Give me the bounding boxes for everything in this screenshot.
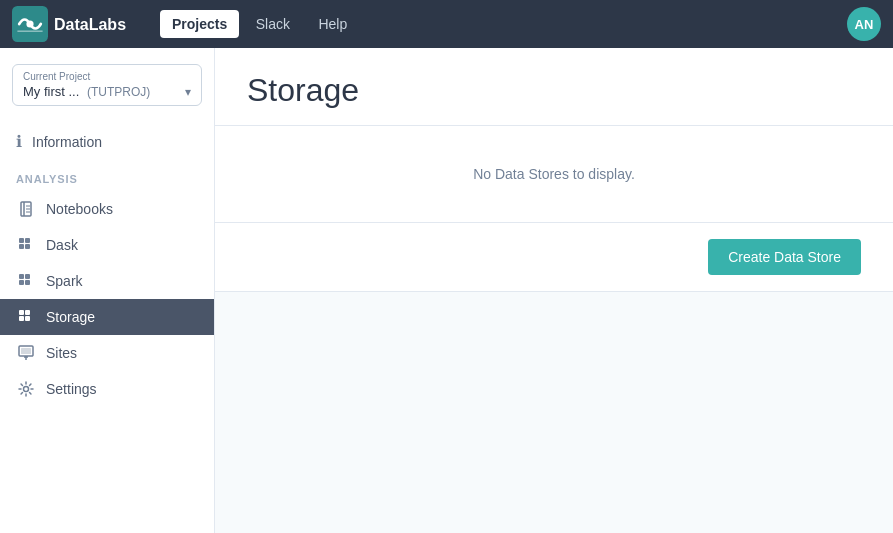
main-body: No Data Stores to display. Create Data S… xyxy=(215,126,893,533)
gear-icon xyxy=(16,381,36,397)
project-value-row[interactable]: My first ... (TUTPROJ) ▾ xyxy=(23,84,191,99)
project-selector[interactable]: Current Project My first ... (TUTPROJ) ▾ xyxy=(12,64,202,106)
user-avatar[interactable]: AN xyxy=(847,7,881,41)
svg-rect-10 xyxy=(19,244,24,249)
svg-rect-8 xyxy=(19,238,24,243)
svg-rect-13 xyxy=(25,274,30,279)
sidebar-item-storage[interactable]: Storage xyxy=(0,299,214,335)
empty-state: No Data Stores to display. xyxy=(215,126,893,223)
datalabs-logo xyxy=(12,6,48,42)
svg-rect-21 xyxy=(21,348,31,354)
app-header: DataLabs Projects Slack Help AN xyxy=(0,0,893,48)
svg-rect-9 xyxy=(25,238,30,243)
sidebar-item-settings[interactable]: Settings xyxy=(0,371,214,407)
sidebar-item-spark[interactable]: Spark xyxy=(0,263,214,299)
svg-rect-16 xyxy=(19,310,24,315)
notebook-icon xyxy=(16,201,36,217)
svg-point-1 xyxy=(26,20,33,27)
sidebar-item-notebooks[interactable]: Notebooks xyxy=(0,191,214,227)
sites-icon xyxy=(16,345,36,361)
app-body: Current Project My first ... (TUTPROJ) ▾… xyxy=(0,48,893,533)
logo: DataLabs xyxy=(12,6,144,42)
svg-rect-11 xyxy=(25,244,30,249)
nav-slack[interactable]: Slack xyxy=(244,10,302,38)
svg-point-24 xyxy=(24,387,29,392)
svg-rect-19 xyxy=(25,316,30,321)
create-data-store-button[interactable]: Create Data Store xyxy=(708,239,861,275)
main-content: Storage No Data Stores to display. Creat… xyxy=(215,48,893,533)
sidebar-item-sites[interactable]: Sites xyxy=(0,335,214,371)
sidebar: Current Project My first ... (TUTPROJ) ▾… xyxy=(0,48,215,533)
main-header: Storage xyxy=(215,48,893,126)
dask-icon xyxy=(16,237,36,253)
svg-rect-17 xyxy=(25,310,30,315)
svg-rect-12 xyxy=(19,274,24,279)
datalabs-wordmark: DataLabs xyxy=(54,13,144,35)
svg-rect-15 xyxy=(25,280,30,285)
storage-icon xyxy=(16,309,36,325)
project-name: My first ... (TUTPROJ) xyxy=(23,84,150,99)
analysis-section-label: ANALYSIS xyxy=(0,161,214,191)
main-nav: Projects Slack Help xyxy=(160,15,359,33)
svg-rect-18 xyxy=(19,316,24,321)
spark-icon xyxy=(16,273,36,289)
empty-message: No Data Stores to display. xyxy=(247,166,861,182)
create-button-row: Create Data Store xyxy=(215,223,893,292)
nav-projects[interactable]: Projects xyxy=(160,10,239,38)
nav-help[interactable]: Help xyxy=(306,10,359,38)
svg-text:DataLabs: DataLabs xyxy=(54,16,126,33)
page-title: Storage xyxy=(247,72,861,109)
current-project-label: Current Project xyxy=(23,71,191,82)
svg-rect-14 xyxy=(19,280,24,285)
info-icon: ℹ xyxy=(16,132,22,151)
chevron-down-icon: ▾ xyxy=(185,85,191,99)
sidebar-item-information[interactable]: ℹ Information xyxy=(0,122,214,161)
sidebar-item-dask[interactable]: Dask xyxy=(0,227,214,263)
